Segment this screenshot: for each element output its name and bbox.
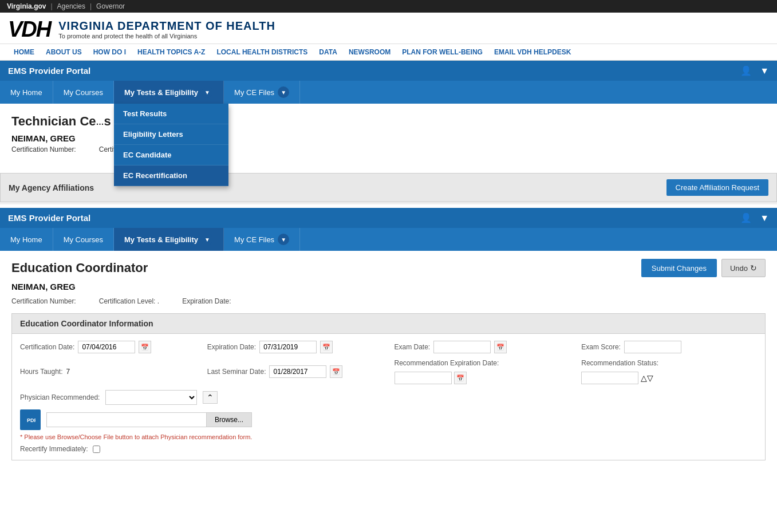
nav-email[interactable]: EMAIL VDH HELPDESK bbox=[488, 44, 577, 60]
portal-nav-1: My Home My Courses My Tests & Eligibilit… bbox=[0, 81, 777, 104]
svg-text:PDF: PDF bbox=[27, 417, 36, 423]
cert-date-input[interactable] bbox=[78, 341, 135, 353]
cert-details-row-2: Certification Number: Certification Leve… bbox=[0, 295, 777, 308]
nav-local-health[interactable]: LOCAL HEALTH DISTRICTS bbox=[211, 44, 313, 60]
undo-icon: ↻ bbox=[750, 263, 757, 273]
dropdown-ec-recertification[interactable]: EC Recertification bbox=[114, 165, 228, 186]
nav-newsroom[interactable]: NEWSROOM bbox=[343, 44, 396, 60]
cert-level-label-2: Certification Level: . bbox=[99, 297, 159, 305]
person-name-2: NEIMAN, GREG bbox=[11, 282, 766, 291]
exp-date-field: Expiration Date: 📅 bbox=[207, 341, 383, 353]
section-divider bbox=[0, 202, 777, 204]
file-path-input[interactable] bbox=[46, 412, 207, 427]
rec-exp-date-input[interactable] bbox=[395, 372, 452, 384]
last-seminar-field: Last Seminar Date: 📅 bbox=[207, 359, 383, 384]
rec-status-field: Recommendation Status: △▽ bbox=[581, 359, 757, 384]
cert-number-label-2: Certification Number: bbox=[11, 297, 76, 305]
ce-files-caret-1[interactable]: ▼ bbox=[278, 86, 289, 98]
gov-site-link[interactable]: Virginia.gov bbox=[7, 2, 46, 10]
ec-header: Education Coordinator Submit Changes Und… bbox=[0, 251, 777, 282]
nav-wellbeing[interactable]: PLAN FOR WELL-BEING bbox=[396, 44, 488, 60]
tab-tests-eligibility-2[interactable]: My Tests & Eligibility ▼ bbox=[114, 228, 224, 251]
hours-taught-label: Hours Taught: bbox=[20, 368, 63, 376]
exam-date-input[interactable] bbox=[433, 341, 491, 353]
portal-nav-2: My Home My Courses My Tests & Eligibilit… bbox=[0, 228, 777, 251]
hours-taught-field: Hours Taught: 7 bbox=[20, 359, 196, 384]
vdh-header: VDH VIRGINIA DEPARTMENT OF HEALTH To pro… bbox=[0, 13, 777, 44]
ec-row-1: Certification Date: 📅 Expiration Date: 📅… bbox=[20, 341, 757, 353]
dropdown-icon-2[interactable]: ▼ bbox=[760, 213, 769, 223]
cert-number-label-1: Certification Number: bbox=[11, 145, 76, 153]
rec-status-spinner-icon[interactable]: △▽ bbox=[641, 373, 653, 383]
portal-title-2: EMS Provider Portal bbox=[8, 213, 90, 223]
dropdown-ec-candidate[interactable]: EC Candidate bbox=[114, 145, 228, 165]
user-icon-1[interactable]: 👤 bbox=[740, 65, 752, 76]
last-seminar-calendar-icon[interactable]: 📅 bbox=[330, 365, 342, 378]
physician-expand-icon[interactable]: ⌃ bbox=[203, 391, 218, 404]
expiration-label-2: Expiration Date: bbox=[182, 297, 231, 305]
physician-select[interactable] bbox=[105, 390, 197, 405]
cert-date-field: Certification Date: 📅 bbox=[20, 341, 196, 353]
file-input-row: Browse... bbox=[46, 412, 252, 427]
dropdown-test-results[interactable]: Test Results bbox=[114, 104, 228, 124]
ec-row-2: Hours Taught: 7 Last Seminar Date: 📅 Rec… bbox=[20, 359, 757, 384]
tests-caret-2[interactable]: ▼ bbox=[202, 234, 213, 245]
vdh-title: VIRGINIA DEPARTMENT OF HEALTH bbox=[58, 19, 275, 33]
exam-date-field: Exam Date: 📅 bbox=[395, 341, 570, 353]
exam-score-input[interactable] bbox=[624, 341, 681, 353]
nav-health-topics[interactable]: HEALTH TOPICS A-Z bbox=[132, 44, 211, 60]
last-seminar-input[interactable] bbox=[269, 365, 326, 378]
nav-data[interactable]: DATA bbox=[313, 44, 343, 60]
submit-changes-button[interactable]: Submit Changes bbox=[641, 259, 717, 277]
tab-my-courses-1[interactable]: My Courses bbox=[53, 81, 114, 104]
exam-score-label: Exam Score: bbox=[581, 343, 621, 351]
create-affiliation-button[interactable]: Create Affiliation Request bbox=[666, 179, 768, 196]
nav-home[interactable]: HOME bbox=[8, 44, 40, 60]
browse-button[interactable]: Browse... bbox=[207, 412, 252, 427]
ec-info-section: Education Coordinator Information Certif… bbox=[11, 313, 766, 460]
upload-row: PDF Browse... bbox=[20, 409, 757, 430]
recertify-checkbox[interactable] bbox=[93, 446, 100, 453]
exp-date-input[interactable] bbox=[259, 341, 317, 353]
vdh-subtitle: To promote and protect the health of all… bbox=[58, 33, 275, 40]
dropdown-icon-1[interactable]: ▼ bbox=[760, 66, 769, 76]
dropdown-eligibility-letters[interactable]: Eligibility Letters bbox=[114, 124, 228, 145]
nav-about[interactable]: ABOUT US bbox=[40, 44, 88, 60]
physician-row: Physician Recommended: ⌃ bbox=[20, 390, 757, 405]
tests-caret-1[interactable]: ▼ bbox=[202, 86, 213, 98]
ec-title: Education Coordinator bbox=[11, 261, 148, 275]
user-icon-2[interactable]: 👤 bbox=[740, 212, 752, 223]
last-seminar-label: Last Seminar Date: bbox=[207, 368, 266, 376]
exam-score-field: Exam Score: bbox=[581, 341, 757, 353]
tab-ce-files-1[interactable]: My CE Files ▼ bbox=[224, 81, 300, 104]
rec-status-label: Recommendation Status: bbox=[581, 359, 658, 367]
tab-my-home-2[interactable]: My Home bbox=[0, 228, 53, 251]
cert-date-label: Certification Date: bbox=[20, 343, 74, 351]
portal-bar-2: EMS Provider Portal 👤 ▼ bbox=[0, 208, 777, 228]
rec-exp-date-field: Recommendation Expiration Date: 📅 bbox=[395, 359, 570, 384]
exp-date-label: Expiration Date: bbox=[207, 343, 256, 351]
tab-tests-eligibility-1[interactable]: My Tests & Eligibility ▼ Test Results El… bbox=[114, 81, 224, 104]
undo-button[interactable]: Undo ↻ bbox=[721, 259, 766, 277]
gov-governor-link[interactable]: Governor bbox=[96, 2, 125, 10]
recertify-label: Recertify Immediately: bbox=[20, 445, 88, 453]
rec-exp-date-calendar-icon[interactable]: 📅 bbox=[454, 372, 467, 384]
rec-exp-date-label: Recommendation Expiration Date: bbox=[395, 359, 499, 367]
nav-howdoi[interactable]: HOW DO I bbox=[88, 44, 132, 60]
main-nav: HOME ABOUT US HOW DO I HEALTH TOPICS A-Z… bbox=[0, 44, 777, 61]
gov-bar: Virginia.gov | Agencies | Governor bbox=[0, 0, 777, 13]
gov-agencies-link[interactable]: Agencies bbox=[57, 2, 85, 10]
tab-ce-files-2[interactable]: My CE Files ▼ bbox=[224, 228, 300, 251]
cert-date-calendar-icon[interactable]: 📅 bbox=[139, 341, 151, 353]
recertify-row: Recertify Immediately: bbox=[20, 445, 757, 453]
exam-date-calendar-icon[interactable]: 📅 bbox=[494, 341, 507, 353]
ec-info-body: Certification Date: 📅 Expiration Date: 📅… bbox=[12, 334, 765, 460]
physician-label: Physician Recommended: bbox=[20, 393, 100, 401]
tab-my-courses-2[interactable]: My Courses bbox=[53, 228, 114, 251]
pdf-icon[interactable]: PDF bbox=[20, 409, 41, 430]
ce-files-caret-2[interactable]: ▼ bbox=[278, 234, 289, 245]
rec-status-input[interactable] bbox=[581, 372, 638, 384]
tab-my-home-1[interactable]: My Home bbox=[0, 81, 53, 104]
exp-date-calendar-icon[interactable]: 📅 bbox=[320, 341, 333, 353]
affiliations-title: My Agency Affiliations bbox=[9, 183, 94, 192]
